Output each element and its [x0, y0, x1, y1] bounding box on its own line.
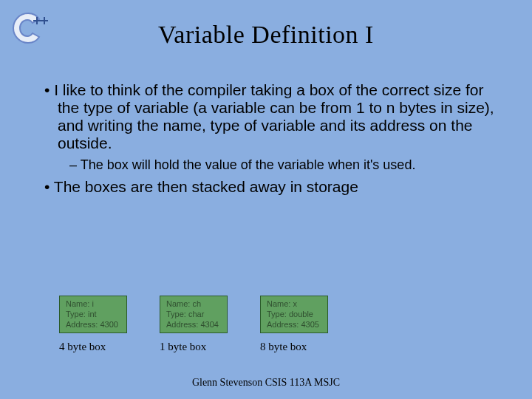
bullet-1: I like to think of the compiler taking a… — [52, 81, 495, 172]
box-caption: 1 byte box — [160, 341, 206, 353]
box-type: Type: char — [166, 310, 219, 320]
box-addr: Address: 4300 — [66, 320, 119, 330]
bullet-1-sub-1: The box will hold the value of the varia… — [78, 157, 495, 173]
box-addr: Address: 4305 — [267, 320, 320, 330]
slide-footer: Glenn Stevenson CSIS 113A MSJC — [0, 377, 532, 389]
box-name: Name: i — [66, 299, 119, 310]
bullet-2-text: The boxes are then stacked away in stora… — [54, 178, 358, 195]
variable-box-char: Name: ch Type: char Address: 4304 — [160, 296, 228, 333]
box-col-3: Name: x Type: double Address: 4305 8 byt… — [260, 296, 328, 353]
box-type: Type: int — [66, 310, 119, 320]
box-type: Type: double — [267, 310, 320, 320]
box-col-1: Name: i Type: int Address: 4300 4 byte b… — [59, 296, 127, 353]
variable-box-double: Name: x Type: double Address: 4305 — [260, 296, 328, 333]
slide-body: I like to think of the compiler taking a… — [37, 81, 495, 202]
slide: Variable Definition I I like to think of… — [0, 0, 532, 399]
bullet-1-text: I like to think of the compiler taking a… — [54, 81, 494, 151]
variable-box-int: Name: i Type: int Address: 4300 — [59, 296, 127, 333]
box-name: Name: x — [267, 299, 320, 310]
box-name: Name: ch — [166, 299, 219, 310]
box-addr: Address: 4304 — [166, 320, 219, 330]
bullet-2: The boxes are then stacked away in stora… — [52, 178, 495, 196]
box-caption: 8 byte box — [260, 341, 307, 353]
bullet-1-sub-1-text: The box will hold the value of the varia… — [81, 157, 416, 172]
slide-title: Variable Definition I — [0, 21, 532, 49]
box-col-2: Name: ch Type: char Address: 4304 1 byte… — [160, 296, 228, 353]
box-caption: 4 byte box — [59, 341, 106, 353]
variable-boxes-row: Name: i Type: int Address: 4300 4 byte b… — [59, 296, 328, 353]
